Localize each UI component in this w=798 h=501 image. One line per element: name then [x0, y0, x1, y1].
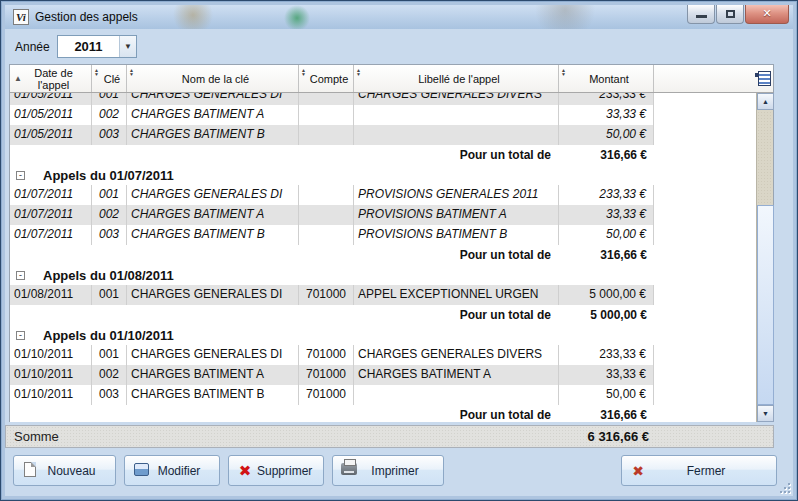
supprimer-button[interactable]: ✖ Supprimer [228, 455, 324, 486]
cell-cle: 002 [92, 105, 127, 125]
cell-montant: 50,00 € [559, 225, 654, 245]
total-row: Pour un total de5 000,00 € [10, 305, 654, 325]
cell-cle: 001 [92, 93, 127, 105]
column-header-4[interactable]: ▲▼Compte [299, 65, 354, 92]
window-gestion-des-appels: Vi Gestion des appels ✕ Année 2011 ▼ ▲Da… [0, 0, 798, 501]
total-amount: 316,66 € [559, 248, 654, 262]
cell-montant: 50,00 € [559, 385, 654, 405]
sort-both-icon: ▲▼ [94, 68, 99, 76]
group-label: Appels du 01/10/2011 [43, 328, 174, 343]
collapse-group-icon[interactable]: - [16, 271, 25, 280]
cell-libelle: APPEL EXCEPTIONNEL URGEN [354, 285, 559, 305]
table-row[interactable]: 01/07/2011003CHARGES BATIMENT BPROVISION… [10, 225, 654, 245]
close-button[interactable]: ✕ [745, 5, 789, 24]
cell-date: 01/10/2011 [10, 345, 92, 365]
cell-date: 01/05/2011 [10, 125, 92, 145]
total-amount: 5 000,00 € [559, 308, 654, 322]
resize-grip[interactable] [778, 481, 790, 493]
total-amount: 316,66 € [559, 408, 654, 422]
cell-compte [299, 225, 354, 245]
delete-x-icon: ✖ [233, 462, 257, 480]
fermer-button-label: Fermer [650, 464, 762, 478]
column-header-label: Montant [589, 73, 629, 85]
sort-both-icon: ▲▼ [356, 68, 361, 76]
scroll-up-icon[interactable]: ▲ [757, 93, 774, 110]
sort-both-icon: ▲▼ [301, 68, 306, 76]
group-row[interactable]: -Appels du 01/10/2011 [10, 325, 756, 345]
table-body: 01/05/2011001CHARGES GENERALES DICHARGES… [10, 93, 756, 422]
sum-value: 6 316,66 € [588, 429, 649, 444]
cell-nom: CHARGES BATIMENT A [127, 105, 299, 125]
cell-cle: 003 [92, 125, 127, 145]
new-page-icon [18, 462, 42, 480]
scrollbar-thumb[interactable] [757, 205, 774, 405]
cell-cle: 003 [92, 385, 127, 405]
cell-compte: 701000 [299, 345, 354, 365]
table-row[interactable]: 01/10/2011003CHARGES BATIMENT B70100050,… [10, 385, 654, 405]
cell-date: 01/05/2011 [10, 105, 92, 125]
total-row: Pour un total de316,66 € [10, 145, 654, 165]
window-controls: ✕ [686, 5, 789, 24]
cell-nom: CHARGES GENERALES DI [127, 285, 299, 305]
cell-libelle: PROVISIONS BATIMENT A [354, 205, 559, 225]
column-header-5[interactable]: ▲▼Libellé de l'appel [354, 65, 559, 92]
modifier-button[interactable]: Modifier [124, 455, 220, 486]
column-header-2[interactable]: ▲▼Clé [92, 65, 127, 92]
column-header-1[interactable]: ▲Date de l'appel [10, 65, 92, 92]
total-row: Pour un total de316,66 € [10, 245, 654, 265]
table-row[interactable]: 01/05/2011001CHARGES GENERALES DICHARGES… [10, 93, 654, 105]
cell-compte [299, 205, 354, 225]
cell-montant: 233,33 € [559, 345, 654, 365]
scroll-down-icon[interactable]: ▼ [757, 405, 774, 422]
maximize-button[interactable] [716, 5, 744, 24]
cell-cle: 003 [92, 225, 127, 245]
fermer-button[interactable]: ✖ Fermer [621, 455, 777, 486]
collapse-group-icon[interactable]: - [16, 331, 25, 340]
sort-both-icon: ▲▼ [129, 68, 134, 76]
cell-cle: 001 [92, 285, 127, 305]
table-row[interactable]: 01/05/2011003CHARGES BATIMENT B50,00 € [10, 125, 654, 145]
cell-compte: 701000 [299, 285, 354, 305]
cell-compte [299, 125, 354, 145]
nouveau-button[interactable]: Nouveau [13, 455, 116, 486]
title-bar[interactable]: Vi Gestion des appels ✕ [5, 5, 793, 29]
group-label: Appels du 01/08/2011 [43, 268, 174, 283]
column-header-label: Compte [310, 73, 349, 85]
column-header-label: Libellé de l'appel [418, 73, 500, 85]
cell-montant: 33,33 € [559, 205, 654, 225]
cell-libelle: CHARGES GENERALES DIVERS [354, 93, 559, 105]
cell-montant: 233,33 € [559, 185, 654, 205]
cell-nom: CHARGES BATIMENT B [127, 225, 299, 245]
cell-date: 01/10/2011 [10, 365, 92, 385]
nouveau-button-label: Nouveau [42, 464, 101, 478]
vertical-scrollbar[interactable]: ▲ ▼ [756, 93, 773, 422]
cell-date: 01/10/2011 [10, 385, 92, 405]
minimize-button[interactable] [687, 5, 715, 24]
group-row[interactable]: -Appels du 01/08/2011 [10, 265, 756, 285]
group-row[interactable]: -Appels du 01/07/2011 [10, 165, 756, 185]
table-row[interactable]: 01/10/2011002CHARGES BATIMENT A701000CHA… [10, 365, 654, 385]
total-label: Pour un total de [10, 148, 559, 162]
table-row[interactable]: 01/07/2011002CHARGES BATIMENT APROVISION… [10, 205, 654, 225]
table-row[interactable]: 01/08/2011001CHARGES GENERALES DI701000A… [10, 285, 654, 305]
table-menu-button[interactable] [756, 65, 773, 92]
cell-cle: 002 [92, 205, 127, 225]
column-header-label: Nom de la clé [182, 73, 249, 85]
year-label: Année [15, 40, 50, 54]
year-select[interactable]: 2011 ▼ [57, 35, 137, 58]
printer-icon [337, 463, 361, 478]
cell-nom: CHARGES BATIMENT A [127, 365, 299, 385]
column-header-3[interactable]: ▲▼Nom de la clé [127, 65, 299, 92]
chevron-down-icon[interactable]: ▼ [119, 36, 136, 57]
cell-compte: 701000 [299, 365, 354, 385]
column-header-6[interactable]: ▲▼Montant [559, 65, 654, 92]
collapse-group-icon[interactable]: - [16, 171, 25, 180]
cell-montant: 33,33 € [559, 365, 654, 385]
cell-montant: 233,33 € [559, 93, 654, 105]
table-row[interactable]: 01/05/2011002CHARGES BATIMENT A33,33 € [10, 105, 654, 125]
table-row[interactable]: 01/07/2011001CHARGES GENERALES DIPROVISI… [10, 185, 654, 205]
imprimer-button[interactable]: Imprimer [332, 455, 444, 486]
cell-libelle: CHARGES BATIMENT A [354, 365, 559, 385]
total-row: Pour un total de316,66 € [10, 405, 654, 422]
table-row[interactable]: 01/10/2011001CHARGES GENERALES DI701000C… [10, 345, 654, 365]
